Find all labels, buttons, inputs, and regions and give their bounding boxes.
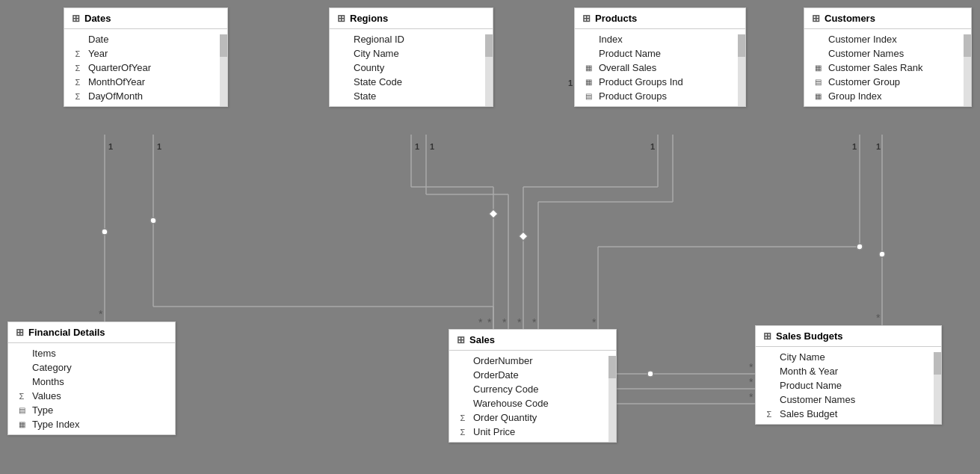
svg-text:1: 1 [568,79,573,87]
products-table: ⊞ Products Index Product Name ▦ Overall … [574,7,746,107]
table-grid-icon: ⊞ [72,13,80,24]
dates-table-header: ⊞ Dates [64,8,227,29]
regions-table-body: Regional ID City Name County State Code … [330,29,493,106]
field-icon: Σ [457,413,469,422]
list-item: Category [8,360,175,375]
table-grid-icon: ⊞ [457,334,465,345]
svg-text:*: * [517,316,522,328]
svg-text:1: 1 [108,142,113,151]
field-icon: ▤ [812,78,824,86]
svg-point-31 [857,244,863,250]
field-label: Customer Names [828,48,904,59]
field-icon: Σ [72,92,84,101]
field-label: Values [32,390,61,401]
customers-table: ⊞ Customers Customer Index Customer Name… [804,7,972,107]
sales-budgets-table-header: ⊞ Sales Budgets [756,326,941,347]
sales-budgets-title: Sales Budgets [776,330,843,342]
field-label: OrderDate [473,369,519,381]
field-label: Group Index [828,90,882,102]
field-label: State Code [354,76,402,87]
financial-details-table-header: ⊞ Financial Details [8,322,175,343]
financial-details-table-body: Items Category Months Σ Values ▤ Type ▦ … [8,343,175,434]
list-item: ▤ Type [8,403,175,417]
svg-marker-10 [489,209,498,218]
field-label: Customer Sales Rank [828,62,922,73]
sales-budgets-table: ⊞ Sales Budgets City Name Month & Year P… [755,325,942,425]
field-label: Month & Year [780,366,838,377]
field-label: Regional ID [354,34,404,45]
table-grid-icon: ⊞ [337,13,345,24]
svg-text:1: 1 [650,142,655,151]
field-icon: ▦ [812,92,824,100]
svg-marker-21 [519,232,528,241]
products-table-header: ⊞ Products [575,8,745,29]
regions-table-header: ⊞ Regions [330,8,493,29]
sales-table-body: OrderNumber OrderDate Currency Code Ware… [449,351,616,442]
field-icon: Σ [16,392,28,401]
list-item: OrderDate [449,368,616,382]
svg-text:*: * [99,308,103,320]
dates-table-body: Date Σ Year Σ QuarterOfYear Σ MonthOfYea… [64,29,227,106]
list-item: ▤ Customer Group [804,75,971,89]
list-item: OrderNumber [449,354,616,368]
list-item: ▤ Product Groups [575,89,745,103]
list-item: State Code [330,75,493,89]
field-label: Type Index [32,419,80,430]
field-label: Warehouse Code [473,398,549,409]
svg-text:*: * [876,312,881,324]
list-item: Σ Order Quantity [449,410,616,425]
list-item: ▦ Type Index [8,417,175,431]
list-item: Months [8,375,175,389]
field-icon: Σ [72,64,84,73]
svg-point-45 [102,229,108,235]
field-label: Index [599,34,623,45]
svg-text:1: 1 [852,142,857,151]
dates-table: ⊞ Dates Date Σ Year Σ QuarterOfYear Σ Mo… [64,7,228,107]
field-label: Type [32,404,53,416]
field-icon: ▦ [812,64,824,72]
list-item: Σ Sales Budget [756,407,941,421]
svg-point-41 [879,251,885,257]
list-item: Items [8,346,175,360]
field-label: Overall Sales [599,62,656,73]
list-item: ▦ Product Groups Ind [575,75,745,89]
field-label: Currency Code [473,384,538,395]
svg-text:1: 1 [415,142,419,151]
list-item: Σ QuarterOfYear [64,61,227,75]
field-label: DayOfMonth [88,90,143,102]
list-item: Σ Values [8,389,175,403]
customers-table-body: Customer Index Customer Names ▦ Customer… [804,29,971,106]
field-label: Customer Names [780,394,855,405]
field-label: City Name [780,351,825,363]
svg-text:1: 1 [876,142,881,151]
list-item: Customer Names [756,393,941,407]
svg-text:*: * [749,376,754,388]
list-item: ▦ Customer Sales Rank [804,61,971,75]
field-label: State [354,90,376,102]
sales-title: Sales [469,334,495,345]
field-icon: Σ [72,49,84,58]
field-icon: Σ [457,428,469,437]
list-item: Index [575,32,745,46]
svg-text:*: * [487,316,492,328]
svg-text:*: * [749,361,754,373]
list-item: ▦ Group Index [804,89,971,103]
list-item: Product Name [756,378,941,393]
list-item: Date [64,32,227,46]
svg-point-3 [150,218,156,224]
field-icon: Σ [763,410,775,419]
list-item: Product Name [575,46,745,61]
products-table-body: Index Product Name ▦ Overall Sales ▦ Pro… [575,29,745,106]
field-icon: ▤ [582,92,594,100]
field-label: City Name [354,48,399,59]
field-label: Unit Price [473,426,515,437]
table-grid-icon: ⊞ [16,327,24,338]
svg-point-34 [647,371,653,377]
list-item: City Name [756,350,941,364]
list-item: City Name [330,46,493,61]
sales-table: ⊞ Sales OrderNumber OrderDate Currency C… [449,329,617,443]
field-label: Sales Budget [780,408,837,419]
regions-table: ⊞ Regions Regional ID City Name County S… [329,7,493,107]
list-item: Customer Names [804,46,971,61]
field-label: Product Name [599,48,661,59]
